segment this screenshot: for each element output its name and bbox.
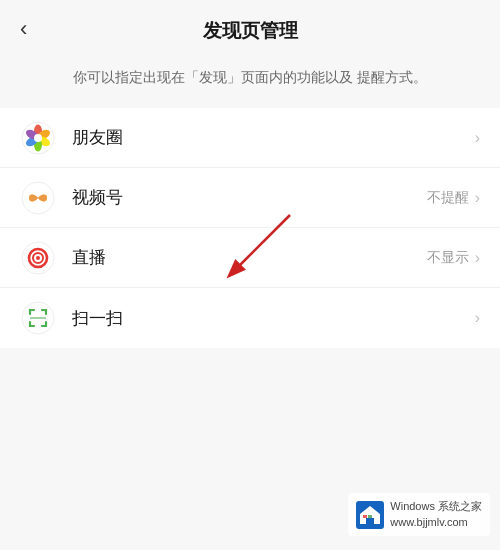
- page-description: 你可以指定出现在「发现」页面内的功能以及 提醒方式。: [0, 54, 500, 108]
- watermark-text: Windows 系统之家 www.bjjmlv.com: [390, 499, 482, 530]
- watermark-icon: [356, 501, 384, 529]
- scan-label: 扫一扫: [72, 307, 469, 330]
- channels-label: 视频号: [72, 186, 427, 209]
- live-icon: [20, 240, 56, 276]
- watermark: Windows 系统之家 www.bjjmlv.com: [348, 493, 490, 536]
- back-button[interactable]: ‹: [20, 18, 27, 40]
- scan-item[interactable]: 扫一扫 ›: [0, 288, 500, 348]
- live-status: 不显示: [427, 249, 469, 267]
- live-label: 直播: [72, 246, 427, 269]
- scan-arrow: ›: [475, 309, 480, 327]
- svg-rect-20: [367, 518, 373, 524]
- channels-status: 不提醒: [427, 189, 469, 207]
- live-arrow: ›: [475, 249, 480, 267]
- settings-list: 朋友圈 › 视频号 不提醒 ›: [0, 108, 500, 348]
- moments-label: 朋友圈: [72, 126, 469, 149]
- moments-item[interactable]: 朋友圈 ›: [0, 108, 500, 168]
- svg-point-15: [36, 256, 40, 260]
- svg-rect-21: [363, 515, 367, 518]
- moments-arrow: ›: [475, 129, 480, 147]
- channels-arrow: ›: [475, 189, 480, 207]
- svg-point-9: [34, 134, 42, 142]
- scan-icon: [20, 300, 56, 336]
- live-item[interactable]: 直播 不显示 ›: [0, 228, 500, 288]
- page: ‹ 发现页管理 你可以指定出现在「发现」页面内的功能以及 提醒方式。: [0, 0, 500, 550]
- svg-rect-22: [368, 515, 372, 518]
- page-title: 发现页管理: [203, 18, 298, 44]
- header: ‹ 发现页管理: [0, 0, 500, 54]
- channels-item[interactable]: 视频号 不提醒 ›: [0, 168, 500, 228]
- moments-icon: [20, 120, 56, 156]
- channels-icon: [20, 180, 56, 216]
